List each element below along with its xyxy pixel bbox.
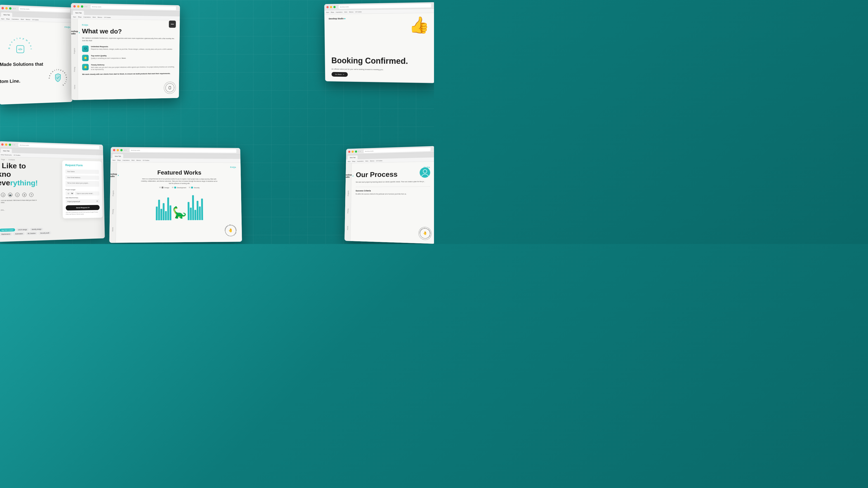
addressbar-w5[interactable]: devshop.studio [129,149,237,153]
budget-input[interactable] [75,191,99,196]
filter-dot-dev [174,187,176,188]
send-request-button[interactable]: Send Request ➤ [66,205,100,210]
service-title-delivery: Timely Delivery [91,63,176,66]
faqs-label-w1: FAQs [65,26,70,29]
currency-select[interactable]: USD [66,191,74,196]
tab-w1[interactable]: New Tab [1,12,12,17]
dot-yellow-w3[interactable] [330,6,332,8]
email-input[interactable] [65,175,99,180]
nav-home-w2[interactable]: Home [74,85,75,89]
bar-4 [163,203,164,220]
addressbar-w2[interactable]: devshop.studio [90,5,176,10]
side-nav-w2: Devshop Studio Projects Pricing Home [71,19,78,100]
social-icon-linkedin[interactable]: in [15,193,20,197]
contact-badge-svg-w2: contact Us • contact Us • [165,83,175,93]
social-icon-circle[interactable]: ◎ [1,193,5,197]
dot-green-w2[interactable] [81,5,83,8]
dot-green-w1[interactable] [9,7,11,9]
social-icon-telegram[interactable]: ✈ [29,193,33,197]
addressbar-w4[interactable]: devshop.studio [18,143,99,149]
big-text-left-w4: I Like to kno everything! [0,161,38,187]
dot-red-w3[interactable] [327,6,329,8]
dot-red-w5[interactable] [113,149,115,151]
dot-green-w5[interactable] [120,149,123,151]
nav-pricing-w6[interactable]: Pricing [347,208,349,213]
nav-pricing-w5[interactable]: Pricing [112,209,114,214]
tag-security-audit[interactable]: Security audit [38,231,51,235]
tag-uiux[interactable]: UI/UX design [16,228,29,231]
booking-subtitle: An official notice just for you: we're l… [331,68,383,70]
nav-projects-w6[interactable]: Projects [347,191,349,196]
contact-badge-w2[interactable]: contact Us • contact Us • [164,82,176,94]
minus-bar [171,24,174,24]
faqs-w6: FAQs [356,166,430,170]
dot-green-w6[interactable] [355,150,357,153]
dot-yellow-w6[interactable] [351,151,353,153]
what-we-do-heading: What we do? [82,28,122,35]
svg-text:contact Us • contact Us •: contact Us • contact Us • [165,83,175,83]
addressbar-w6[interactable]: devshop.studio [364,147,430,153]
request-form-panel: Request Form Project budget USD Add Atta… [62,160,103,219]
success-title: Success Criteria [355,189,430,192]
dot-red-w1[interactable] [2,7,4,9]
nav-projects-w5[interactable]: Projects [112,191,114,196]
addressbar-w3[interactable]: devshop.studio [339,4,431,9]
filter-security[interactable]: ☑ Security [189,187,199,188]
social-icon-instagram[interactable]: 📷 [8,193,12,197]
tab-w5[interactable]: New Tab [112,154,123,158]
linkedin-text-w4: d in... [1,209,5,211]
svg-text:🤚: 🤚 [423,231,427,235]
contact-badge-w5[interactable]: contact Us • contact Us • 🤚 [224,224,237,238]
tag-maintenance[interactable]: Maintenance [0,232,12,236]
booking-title: Booking Confirmed. [331,56,408,66]
content-w4: Page › Contacts I Like to kno everything… [0,157,105,242]
dot-red-w2[interactable] [73,5,76,7]
dot-yellow-w1[interactable] [5,7,8,9]
dot-yellow-w2[interactable] [77,5,80,8]
content-w5: Devshop Studio Projects Pricing Home FAQ… [110,162,242,243]
dot-red-w6[interactable] [348,151,350,153]
success-criteria-section: Success Criteria Re-affirm the success c… [355,186,430,195]
tag-automation[interactable]: Automation [13,232,25,235]
nav-home-w6[interactable]: Home [347,226,348,230]
big-text-bottom: ttom Line. [0,78,20,84]
go-back-button[interactable]: Go Back ↩ [332,72,348,77]
name-input[interactable] [65,169,99,174]
dot-yellow-w5[interactable] [117,149,119,151]
service-desc-delivery: We'll make sure you don't miss your proj… [91,66,175,70]
dot-green-w4[interactable] [9,143,11,146]
filter-development[interactable]: ☑ Development [172,187,186,188]
nav-pricing-w2[interactable]: Pricing [74,67,75,72]
filter-design[interactable]: ☑ Design [159,187,169,188]
dot-yellow-w4[interactable] [5,143,7,145]
circular-security-container: s e c u r i t y s e c u r i t y [47,67,69,90]
tab-w6[interactable]: New Tab [348,156,358,160]
tag-identity-design[interactable]: Identity design [30,228,43,231]
tab-w2[interactable]: New Tab [73,11,84,15]
our-process-title: Our Process [356,170,430,179]
tag-ml-solution[interactable]: ML Solution [26,232,37,235]
bar-13 [199,206,201,220]
service-text-quality: Top-notch Quality Quality is something w… [91,55,126,59]
user-avatar-w6 [420,167,430,178]
nav-home-w5[interactable]: Home [112,227,114,231]
window-featured-works: ‹ › devshop.studio New Tab Apps Blogs In… [110,147,242,242]
dot-green-w3[interactable] [333,6,336,8]
service-unlimited: 🛡 Unlimited Requests Request as many fea… [82,45,176,52]
nav-projects-w2[interactable]: Projects [74,48,75,54]
bar-11 [194,210,196,220]
project-textarea[interactable] [66,181,99,187]
minus-icon-w2[interactable] [169,21,176,28]
service-text-unlimited: Unlimited Requests Request as many featu… [91,45,173,50]
send-icon: ➤ [88,206,90,208]
faqs-w2: FAQs [82,24,88,26]
attachment-icon: ⊕ [96,200,98,202]
addressbar-w1[interactable]: devshop.studio [19,7,70,12]
big-line3-w4: everything! [0,178,38,187]
service-quality: ⭐ Top-notch Quality Quality is something… [82,55,176,61]
tag-app-from-scratch[interactable]: App from scratch [0,228,15,232]
social-icon-grid[interactable]: ⊞ [22,193,26,197]
dot-red-w4[interactable] [1,143,4,145]
contact-badge-w6[interactable]: contact Us • contact Us • 🤚 [418,227,432,240]
tab-w4[interactable]: New Tab [1,149,12,153]
